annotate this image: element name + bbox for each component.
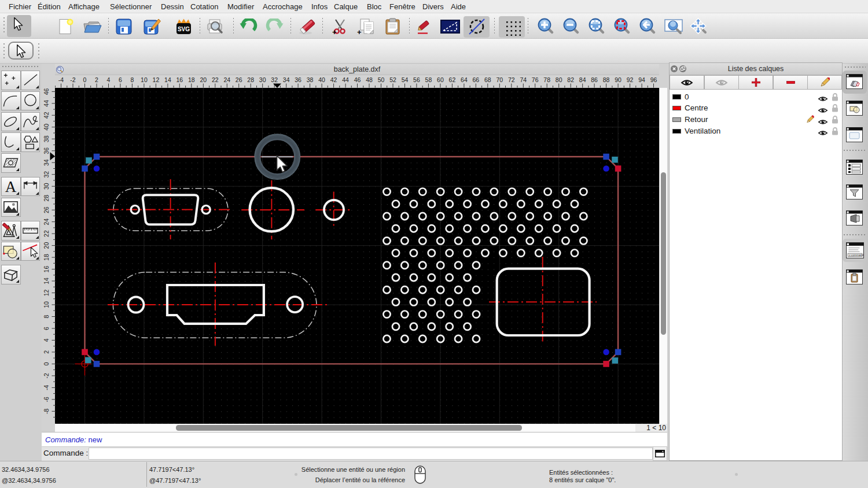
svg-text:2: 2 [43, 350, 50, 354]
svg-text:32: 32 [271, 76, 278, 83]
svg-text:44: 44 [342, 76, 349, 83]
svg-text:-4: -4 [43, 385, 50, 390]
svg-text:-4: -4 [58, 76, 64, 83]
svg-text:c:command: c:command [849, 254, 863, 257]
svg-text:22: 22 [212, 76, 219, 83]
svg-text:78: 78 [543, 76, 550, 83]
svg-text:26: 26 [43, 206, 50, 213]
svg-text:60: 60 [437, 76, 444, 83]
svg-text:0: 0 [43, 362, 50, 365]
svg-text:26: 26 [236, 76, 242, 83]
svg-text:42: 42 [43, 112, 50, 119]
svg-text:+: + [332, 28, 337, 35]
svg-text:0: 0 [83, 76, 87, 83]
svg-text:94: 94 [638, 76, 645, 83]
svg-text:36: 36 [43, 147, 50, 154]
svg-text:-2: -2 [43, 373, 50, 378]
svg-text:SVG: SVG [178, 26, 190, 32]
svg-text:4: 4 [43, 338, 50, 342]
svg-text:96: 96 [650, 76, 657, 83]
svg-text:20: 20 [200, 76, 207, 83]
svg-text:16: 16 [43, 266, 50, 273]
svg-text:54: 54 [402, 76, 409, 83]
svg-text:72: 72 [508, 76, 515, 83]
svg-text:42: 42 [330, 76, 337, 83]
svg-text:6: 6 [43, 327, 50, 330]
svg-text:4: 4 [107, 76, 111, 83]
svg-text:64: 64 [461, 76, 468, 83]
svg-text:18: 18 [43, 254, 50, 261]
svg-text:14: 14 [43, 278, 50, 284]
svg-text:A: A [5, 178, 17, 195]
svg-text:74: 74 [520, 76, 527, 83]
svg-text:20: 20 [43, 242, 50, 249]
svg-text:-8: -8 [43, 408, 50, 413]
svg-text:56: 56 [413, 76, 420, 83]
svg-text:44: 44 [43, 100, 50, 107]
svg-text:-6: -6 [43, 397, 50, 402]
svg-text:22: 22 [43, 230, 50, 237]
svg-text:18: 18 [188, 76, 195, 83]
svg-text:24: 24 [43, 219, 50, 225]
svg-text:2: 2 [95, 76, 98, 83]
svg-text:76: 76 [532, 76, 539, 83]
svg-text:36: 36 [295, 76, 301, 83]
svg-text:50: 50 [378, 76, 385, 83]
svg-text:58: 58 [425, 76, 432, 83]
svg-text:48: 48 [366, 76, 373, 83]
svg-text:34: 34 [43, 159, 50, 166]
svg-text:70: 70 [496, 76, 503, 83]
svg-text:62: 62 [449, 76, 456, 83]
svg-text:28: 28 [247, 76, 254, 83]
svg-text:10: 10 [43, 301, 50, 308]
svg-text:38: 38 [43, 135, 50, 142]
svg-text:38: 38 [307, 76, 314, 83]
svg-text:6: 6 [119, 76, 122, 83]
svg-text:30: 30 [259, 76, 266, 83]
svg-text:80: 80 [556, 76, 562, 83]
svg-text:28: 28 [43, 195, 50, 202]
svg-text:46: 46 [43, 88, 50, 95]
svg-text:+: + [357, 28, 362, 35]
svg-text:32: 32 [43, 171, 50, 178]
svg-text:82: 82 [567, 76, 574, 83]
svg-text:88: 88 [603, 76, 610, 83]
svg-text:16: 16 [176, 76, 183, 83]
svg-text:10: 10 [141, 76, 148, 83]
svg-text:84: 84 [579, 76, 586, 83]
svg-text:8: 8 [130, 76, 134, 83]
svg-text:-2: -2 [70, 76, 75, 83]
svg-text:34: 34 [283, 76, 290, 83]
svg-text:66: 66 [472, 76, 479, 83]
svg-text:52: 52 [389, 76, 396, 83]
svg-text:68: 68 [484, 76, 491, 83]
svg-text:40: 40 [318, 76, 325, 83]
svg-text:86: 86 [591, 76, 598, 83]
svg-text:8: 8 [43, 315, 50, 318]
svg-text:12: 12 [43, 290, 50, 297]
svg-text:30: 30 [43, 183, 50, 190]
svg-text:24: 24 [223, 76, 230, 83]
svg-text:14: 14 [164, 76, 171, 83]
svg-text:90: 90 [615, 76, 621, 83]
svg-text:46: 46 [354, 76, 361, 83]
svg-text:40: 40 [43, 124, 50, 131]
svg-text:92: 92 [627, 76, 634, 83]
svg-text:12: 12 [153, 76, 160, 83]
